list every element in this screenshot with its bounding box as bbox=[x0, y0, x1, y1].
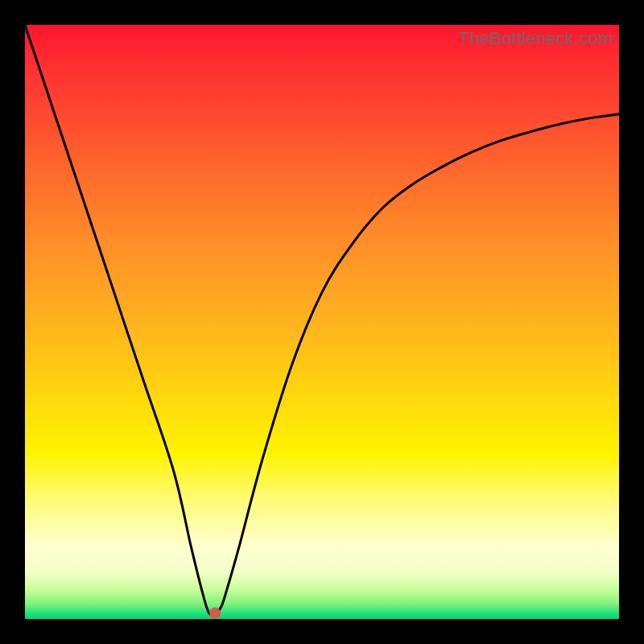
bottleneck-curve bbox=[25, 25, 619, 619]
curve-path bbox=[25, 25, 619, 615]
chart-frame: TheBottleneck.com bbox=[0, 0, 644, 644]
plot-area: TheBottleneck.com bbox=[25, 25, 619, 619]
minimum-marker bbox=[209, 608, 221, 619]
